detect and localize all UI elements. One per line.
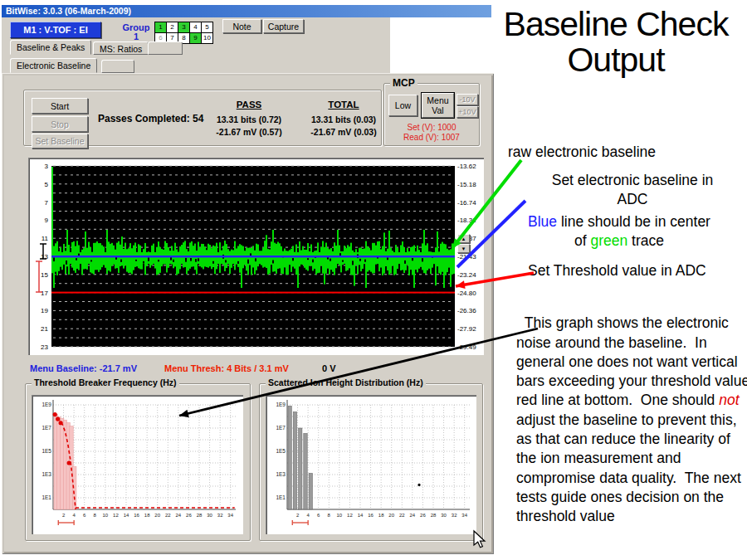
passes-completed: Passes Completed: 54 (98, 113, 203, 124)
volts-status: 0 V (322, 363, 336, 373)
mcp-minus10-button[interactable]: -10V (456, 94, 478, 105)
window-titlebar[interactable]: BitWise: 3.0.3 (06-March-2009) (2, 5, 491, 17)
svg-text:4: 4 (306, 513, 310, 518)
group-cell-4[interactable]: 4 (190, 22, 201, 32)
svg-text:18: 18 (144, 513, 150, 518)
instrument-mode-button[interactable]: M1 : V-TOF : EI (10, 22, 101, 38)
mcp-read-voltage: Read (V): 1007 (383, 133, 480, 142)
annotation-set-threshold: Set Threshold value in ADC (528, 261, 706, 280)
stop-button[interactable]: Stop (32, 116, 88, 132)
svg-text:23: 23 (41, 343, 48, 351)
tab-electronic-baseline-label: Electronic Baseline (17, 61, 90, 71)
svg-text:-18.31: -18.31 (457, 217, 476, 224)
pass-mv-value: -21.67 mV (0.57) (206, 127, 292, 137)
group-cell-3[interactable]: 3 (178, 22, 189, 32)
annotation-set-baseline: Set electronic baseline in ADC (521, 171, 744, 209)
svg-text:-24.80: -24.80 (457, 290, 476, 297)
scope-chart: 357911131517192123-13.62-15.18-16.74-18.… (30, 159, 482, 353)
paragraph-not-word: not (719, 392, 739, 408)
paragraph-part1: This graph shows the electronic noise ar… (516, 314, 747, 408)
svg-text:30: 30 (207, 513, 212, 518)
group-number: 1 (120, 32, 153, 41)
svg-text:1E5: 1E5 (42, 448, 51, 454)
group-label: Group 1 (120, 23, 153, 41)
scroll-down-button[interactable]: ▼ (457, 244, 470, 253)
svg-text:-15.18: -15.18 (457, 181, 476, 188)
svg-text:6: 6 (83, 513, 86, 518)
group-cell-5[interactable]: 5 (202, 22, 212, 32)
svg-text:21: 21 (41, 325, 48, 333)
svg-text:22: 22 (165, 513, 171, 518)
mcp-menu-val-l1: Menu (427, 95, 448, 105)
svg-text:2: 2 (62, 513, 66, 518)
svg-text:1E9: 1E9 (276, 402, 286, 407)
svg-text:2: 2 (296, 513, 300, 518)
svg-text:16: 16 (368, 513, 374, 518)
scroll-up-button[interactable]: ▲ (457, 234, 470, 243)
annotation-set-baseline-l2: ADC (521, 190, 744, 209)
svg-text:-16.74: -16.74 (457, 199, 476, 207)
svg-text:24: 24 (410, 513, 416, 518)
group-cell-9[interactable]: 9 (190, 33, 201, 43)
svg-text:-27.92: -27.92 (457, 325, 476, 333)
pass-bits-value: 13.31 bits (0.72) (206, 114, 292, 124)
svg-text:10: 10 (337, 513, 343, 518)
svg-text:1E1: 1E1 (42, 494, 51, 500)
svg-text:26: 26 (186, 513, 192, 518)
total-bits-value: 13.31 bits (0.03) (300, 114, 387, 124)
svg-text:30: 30 (441, 513, 447, 518)
note-button[interactable]: Note (222, 19, 261, 33)
tab-baseline-peaks[interactable]: Baseline & Peaks (10, 40, 91, 55)
svg-text:9: 9 (45, 217, 49, 224)
paragraph-part2: adjust the baseline to prevent this, as … (516, 392, 745, 524)
svg-text:3: 3 (45, 163, 49, 170)
svg-text:-23.24: -23.24 (457, 271, 476, 279)
tab-ms-ratios-label: MS: Ratios (100, 44, 142, 54)
menu-baseline-status: Menu Baseline: -21.7 mV (30, 363, 137, 373)
mcp-low-button[interactable]: Low (388, 95, 417, 116)
tab-stub-2[interactable] (101, 60, 134, 73)
mcp-menu-val-button[interactable]: Menu Val (422, 93, 454, 118)
svg-text:20: 20 (388, 513, 394, 518)
svg-text:7: 7 (45, 199, 49, 207)
svg-text:4: 4 (72, 513, 76, 518)
group-cell-1[interactable]: 1 (155, 22, 166, 32)
instrument-mode-label: M1 : V-TOF : EI (23, 25, 87, 35)
tab-electronic-baseline[interactable]: Electronic Baseline (10, 58, 97, 73)
slide-title-line2: Output (491, 42, 740, 78)
blue-l2-post: trace (627, 232, 664, 249)
svg-text:14: 14 (124, 513, 129, 518)
group-cell-grid: 12345678910 (154, 22, 213, 44)
group-cell-10[interactable]: 10 (202, 33, 212, 43)
mcp-minus10-label: -10V (459, 95, 475, 104)
start-button[interactable]: Start (32, 98, 88, 114)
mcp-low-label: Low (395, 100, 411, 110)
svg-text:5: 5 (45, 181, 49, 188)
window-title: BitWise: 3.0.3 (06-March-2009) (6, 6, 131, 16)
svg-text:18: 18 (378, 513, 384, 518)
svg-text:32: 32 (217, 513, 223, 518)
total-header: TOTAL (300, 100, 387, 110)
svg-text:12: 12 (113, 513, 119, 518)
svg-text:24: 24 (176, 513, 182, 518)
svg-text:11: 11 (42, 235, 49, 242)
tab-ms-ratios[interactable]: MS: Ratios (93, 41, 149, 55)
svg-text:19: 19 (41, 307, 48, 314)
slide-title: Baseline Check Output (491, 7, 740, 78)
blue-rest: line should be in center (557, 213, 710, 230)
start-button-label: Start (51, 101, 69, 111)
capture-button[interactable]: Capture (263, 19, 304, 33)
group-cell-2[interactable]: 2 (167, 22, 178, 32)
mcp-plus10-button[interactable]: +10V (456, 106, 478, 118)
tab-stub-1[interactable] (148, 41, 183, 55)
svg-text:1E5: 1E5 (276, 448, 286, 454)
set-baseline-button[interactable]: Set Baseline (32, 134, 88, 149)
svg-text:34: 34 (227, 513, 233, 518)
svg-text:26: 26 (420, 513, 426, 518)
svg-text:8: 8 (328, 513, 331, 518)
svg-text:8: 8 (94, 513, 97, 518)
svg-text:28: 28 (197, 513, 203, 518)
mcp-menu-val-l2: Val (432, 105, 443, 115)
total-mv-value: -21.67 mV (0.03) (300, 127, 387, 137)
threshold-breaker-chart: 1E91E71E51E31E12468101214161820222426283… (33, 397, 242, 533)
